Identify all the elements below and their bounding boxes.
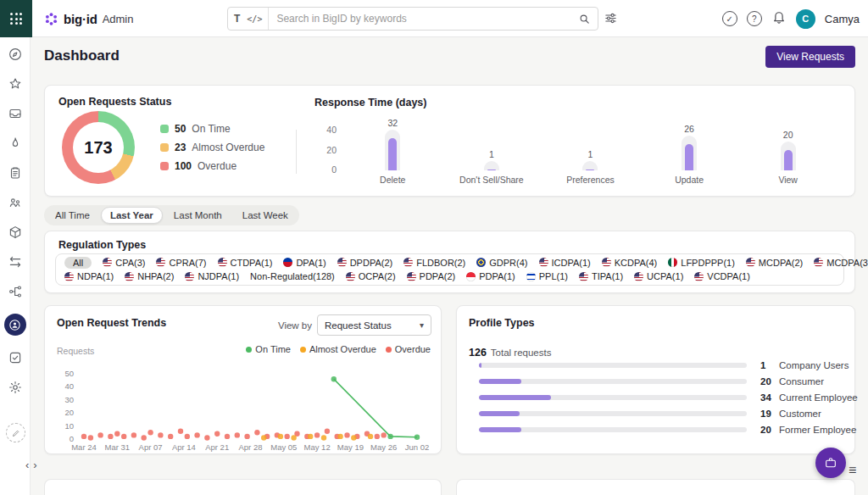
- help-icon[interactable]: ?: [747, 11, 762, 26]
- regulation-chip[interactable]: LFPDPPP(1): [668, 258, 735, 268]
- regulation-chip[interactable]: NHPA(2): [125, 271, 174, 281]
- data-point: [225, 434, 230, 439]
- regulation-chip[interactable]: TIPA(1): [579, 271, 623, 281]
- y-tick-label: 50: [64, 369, 74, 378]
- status-legend-item: 23Almost Overdue: [160, 142, 264, 153]
- tab-last-year[interactable]: Last Year: [101, 207, 163, 224]
- regulation-chip[interactable]: PPL(1): [526, 271, 568, 281]
- regulation-chip[interactable]: DPDPA(2): [337, 258, 393, 268]
- regulation-chip[interactable]: NJDPA(1): [185, 271, 239, 281]
- bar-fill: [487, 170, 496, 170]
- bar-category: Preferences: [541, 175, 640, 185]
- open-requests-total: 173: [62, 111, 135, 184]
- regulation-chip[interactable]: KCDPA(4): [602, 258, 658, 268]
- regulation-chip[interactable]: NDPA(1): [64, 271, 114, 281]
- response-y-axis: 40200: [313, 125, 337, 175]
- data-point: [285, 434, 290, 439]
- sidebar-item-privacy-portal-active[interactable]: [4, 314, 26, 336]
- regulation-chip[interactable]: MCDPA(3): [814, 258, 868, 268]
- legend-label: Almost Overdue: [192, 142, 264, 153]
- search-input[interactable]: [269, 13, 571, 25]
- edit-dashboard-button[interactable]: [6, 423, 25, 442]
- regulation-chip[interactable]: CTDPA(1): [218, 258, 273, 268]
- sidebar-collapse-control[interactable]: ‹›: [25, 459, 42, 471]
- legend-value: 23: [175, 142, 186, 153]
- sidebar-item-favorites[interactable]: [7, 76, 24, 92]
- tab-last-month[interactable]: Last Month: [164, 207, 231, 224]
- pipeline-icon: [8, 284, 23, 299]
- regulation-chip[interactable]: MCDPA(2): [746, 258, 803, 268]
- sidebar-item-discovery[interactable]: [7, 47, 24, 62]
- assistant-fab-button[interactable]: [815, 448, 846, 478]
- trend-chart: 01020304050Mar 24Mar 31Apr 07Apr 14Apr 2…: [48, 359, 438, 453]
- regulation-chip[interactable]: PDPA(2): [407, 271, 456, 281]
- profile-bar-track: [479, 363, 747, 368]
- regulation-chip[interactable]: GDPR(4): [476, 258, 527, 268]
- sidebar-item-tasks[interactable]: [7, 350, 24, 365]
- tab-last-week[interactable]: Last Week: [233, 207, 298, 224]
- sidebar-item-pipelines[interactable]: [7, 284, 24, 299]
- regulation-chip[interactable]: All: [64, 257, 92, 269]
- y-tick-label: 10: [64, 421, 74, 431]
- regulation-chip[interactable]: ICDPA(1): [539, 258, 591, 268]
- bar-value: 26: [640, 124, 739, 134]
- profile-row-meta: 34Current Employee: [760, 392, 858, 403]
- search-icon[interactable]: [571, 13, 598, 25]
- profile-type-row: 1Company Users: [457, 359, 854, 371]
- data-point: [158, 432, 163, 437]
- collapse-left-icon: ‹: [25, 459, 33, 471]
- regulation-chip[interactable]: Non-Regulated(128): [250, 271, 335, 281]
- query-syntax-icon[interactable]: </>: [247, 14, 262, 24]
- profile-type-row: 19Customer: [457, 408, 854, 420]
- chip-label: NDPA(1): [77, 271, 114, 281]
- legend-label: Overdue: [198, 160, 236, 172]
- user-name: Camya: [825, 13, 860, 25]
- us-flag-icon: [814, 258, 823, 267]
- regulation-chip[interactable]: CPRA(7): [156, 258, 206, 268]
- tab-all-time[interactable]: All Time: [46, 207, 99, 224]
- regulation-chip[interactable]: UCPA(1): [634, 271, 683, 281]
- sidebar-item-data-assets[interactable]: [7, 225, 24, 240]
- regulation-chip[interactable]: VCDPA(1): [694, 271, 750, 281]
- hamburger-menu-icon[interactable]: ≡: [849, 463, 856, 478]
- regulation-chip[interactable]: DPA(1): [283, 258, 326, 268]
- x-tick-label: Apr 14: [172, 442, 196, 452]
- partial-card-right: [456, 479, 855, 495]
- sidebar-item-transfers[interactable]: [7, 254, 24, 270]
- sidebar-item-activity[interactable]: [7, 136, 24, 151]
- status-check-icon[interactable]: ✓: [722, 11, 737, 26]
- sidebar-item-users[interactable]: [7, 195, 24, 210]
- chip-label: ICDPA(1): [552, 258, 591, 268]
- legend-swatch: [160, 125, 169, 133]
- sidebar-item-policies[interactable]: [7, 165, 24, 181]
- view-by-select[interactable]: Request Status ▾: [317, 314, 431, 336]
- us-flag-icon: [407, 272, 416, 281]
- data-point: [321, 435, 326, 440]
- bar-value: 20: [738, 130, 837, 140]
- org-chart-icon: [8, 195, 23, 210]
- bar-track: [484, 161, 499, 170]
- notifications-bell-icon[interactable]: [771, 9, 787, 28]
- data-point: [214, 431, 220, 437]
- x-tick-label: May 19: [337, 442, 364, 452]
- data-point: [308, 434, 313, 439]
- app-switcher-button[interactable]: [0, 0, 32, 37]
- open-request-trends-title: Open Request Trends: [57, 317, 166, 329]
- chip-label: KCDPA(4): [615, 258, 658, 268]
- sidebar-item-inbox[interactable]: [7, 106, 24, 121]
- profile-row-meta: 20Consumer: [760, 376, 824, 387]
- user-avatar[interactable]: C: [796, 9, 815, 29]
- regulation-chip[interactable]: FLDBOR(2): [403, 258, 465, 268]
- profile-type-row: 20Former Employee: [457, 424, 854, 436]
- view-requests-button[interactable]: View Requests: [765, 46, 855, 68]
- regulation-chip[interactable]: PDPA(1): [466, 271, 515, 281]
- status-legend-item: 100Overdue: [160, 160, 264, 172]
- search-settings-icon[interactable]: [604, 11, 618, 29]
- clipboard-icon: [8, 165, 23, 181]
- regulation-chip[interactable]: CPA(3): [103, 258, 145, 268]
- us-flag-icon: [403, 258, 413, 267]
- sidebar-item-settings[interactable]: [7, 380, 24, 395]
- bar-track: [582, 161, 598, 170]
- regulation-chip[interactable]: OCPA(2): [346, 271, 396, 281]
- text-search-icon[interactable]: T: [234, 13, 240, 25]
